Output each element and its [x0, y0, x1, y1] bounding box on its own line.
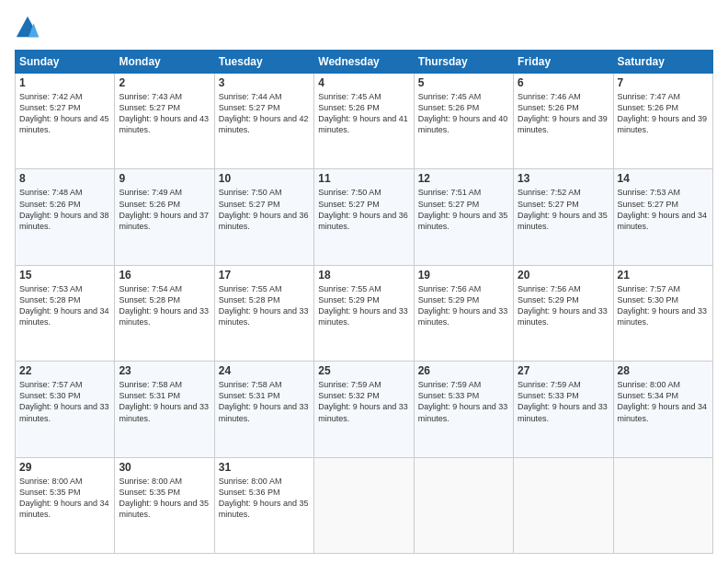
cell-info: Sunrise: 7:51 AMSunset: 5:27 PMDaylight:…	[418, 188, 508, 230]
calendar-cell: 23 Sunrise: 7:58 AMSunset: 5:31 PMDaylig…	[115, 362, 214, 457]
calendar-cell: 6 Sunrise: 7:46 AMSunset: 5:26 PMDayligh…	[514, 74, 613, 169]
calendar-cell: 20 Sunrise: 7:56 AMSunset: 5:29 PMDaylig…	[514, 265, 613, 361]
week-row-1: 1 Sunrise: 7:42 AMSunset: 5:27 PMDayligh…	[16, 74, 713, 169]
cell-info: Sunrise: 7:59 AMSunset: 5:32 PMDaylight:…	[318, 380, 408, 422]
day-number: 25	[318, 364, 409, 377]
cell-info: Sunrise: 7:46 AMSunset: 5:26 PMDaylight:…	[518, 92, 608, 134]
calendar-cell: 19 Sunrise: 7:56 AMSunset: 5:29 PMDaylig…	[414, 265, 513, 361]
day-number: 31	[219, 461, 310, 474]
cell-info: Sunrise: 7:58 AMSunset: 5:31 PMDaylight:…	[119, 380, 209, 422]
day-number: 11	[318, 172, 409, 185]
weekday-header-wednesday: Wednesday	[314, 51, 414, 74]
day-number: 5	[418, 76, 509, 89]
calendar-cell	[414, 457, 513, 553]
week-row-2: 8 Sunrise: 7:48 AMSunset: 5:26 PMDayligh…	[16, 169, 713, 265]
calendar-cell: 25 Sunrise: 7:59 AMSunset: 5:32 PMDaylig…	[314, 362, 414, 457]
cell-info: Sunrise: 7:59 AMSunset: 5:33 PMDaylight:…	[518, 380, 608, 422]
day-number: 10	[219, 172, 310, 185]
calendar-cell: 7 Sunrise: 7:47 AMSunset: 5:26 PMDayligh…	[613, 74, 712, 169]
calendar-cell: 3 Sunrise: 7:44 AMSunset: 5:27 PMDayligh…	[214, 74, 313, 169]
calendar-cell: 31 Sunrise: 8:00 AMSunset: 5:36 PMDaylig…	[214, 457, 313, 553]
calendar-table: SundayMondayTuesdayWednesdayThursdayFrid…	[15, 50, 713, 554]
calendar-page: SundayMondayTuesdayWednesdayThursdayFrid…	[0, 0, 728, 563]
calendar-cell	[613, 457, 712, 553]
calendar-cell: 1 Sunrise: 7:42 AMSunset: 5:27 PMDayligh…	[16, 74, 115, 169]
calendar-cell: 5 Sunrise: 7:45 AMSunset: 5:26 PMDayligh…	[414, 74, 513, 169]
cell-info: Sunrise: 7:57 AMSunset: 5:30 PMDaylight:…	[19, 380, 109, 422]
calendar-cell: 2 Sunrise: 7:43 AMSunset: 5:27 PMDayligh…	[115, 74, 214, 169]
day-number: 8	[19, 172, 110, 185]
cell-info: Sunrise: 7:47 AMSunset: 5:26 PMDaylight:…	[618, 92, 708, 134]
calendar-cell: 9 Sunrise: 7:49 AMSunset: 5:26 PMDayligh…	[115, 169, 214, 265]
header	[15, 15, 713, 40]
calendar-cell	[314, 457, 414, 553]
day-number: 27	[518, 364, 609, 377]
day-number: 22	[19, 364, 110, 377]
cell-info: Sunrise: 7:42 AMSunset: 5:27 PMDaylight:…	[19, 92, 109, 134]
day-number: 19	[418, 269, 509, 282]
weekday-header-monday: Monday	[115, 51, 214, 74]
calendar-cell: 14 Sunrise: 7:53 AMSunset: 5:27 PMDaylig…	[613, 169, 712, 265]
cell-info: Sunrise: 7:44 AMSunset: 5:27 PMDaylight:…	[219, 92, 309, 134]
day-number: 12	[418, 172, 509, 185]
day-number: 7	[618, 76, 709, 89]
calendar-cell: 10 Sunrise: 7:50 AMSunset: 5:27 PMDaylig…	[214, 169, 313, 265]
day-number: 2	[119, 76, 210, 89]
cell-info: Sunrise: 7:57 AMSunset: 5:30 PMDaylight:…	[618, 284, 708, 327]
cell-info: Sunrise: 7:50 AMSunset: 5:27 PMDaylight:…	[219, 188, 309, 230]
cell-info: Sunrise: 7:55 AMSunset: 5:29 PMDaylight:…	[318, 284, 408, 327]
day-number: 9	[119, 172, 210, 185]
cell-info: Sunrise: 8:00 AMSunset: 5:36 PMDaylight:…	[219, 477, 309, 519]
day-number: 6	[518, 76, 609, 89]
calendar-cell: 4 Sunrise: 7:45 AMSunset: 5:26 PMDayligh…	[314, 74, 414, 169]
calendar-cell: 16 Sunrise: 7:54 AMSunset: 5:28 PMDaylig…	[115, 265, 214, 361]
cell-info: Sunrise: 7:53 AMSunset: 5:28 PMDaylight:…	[19, 284, 109, 327]
calendar-cell: 18 Sunrise: 7:55 AMSunset: 5:29 PMDaylig…	[314, 265, 414, 361]
cell-info: Sunrise: 8:00 AMSunset: 5:35 PMDaylight:…	[119, 477, 209, 519]
cell-info: Sunrise: 7:48 AMSunset: 5:26 PMDaylight:…	[19, 188, 109, 230]
day-number: 4	[318, 76, 409, 89]
day-number: 1	[19, 76, 110, 89]
cell-info: Sunrise: 7:56 AMSunset: 5:29 PMDaylight:…	[518, 284, 608, 327]
calendar-cell: 26 Sunrise: 7:59 AMSunset: 5:33 PMDaylig…	[414, 362, 513, 457]
weekday-header-saturday: Saturday	[613, 51, 712, 74]
day-number: 18	[318, 269, 409, 282]
weekday-header-thursday: Thursday	[414, 51, 513, 74]
cell-info: Sunrise: 7:43 AMSunset: 5:27 PMDaylight:…	[119, 92, 209, 134]
cell-info: Sunrise: 7:50 AMSunset: 5:27 PMDaylight:…	[318, 188, 408, 230]
day-number: 13	[518, 172, 609, 185]
calendar-cell: 15 Sunrise: 7:53 AMSunset: 5:28 PMDaylig…	[16, 265, 115, 361]
logo-icon	[15, 15, 40, 40]
cell-info: Sunrise: 7:54 AMSunset: 5:28 PMDaylight:…	[119, 284, 209, 327]
week-row-3: 15 Sunrise: 7:53 AMSunset: 5:28 PMDaylig…	[16, 265, 713, 361]
day-number: 3	[219, 76, 310, 89]
calendar-cell	[514, 457, 613, 553]
weekday-header-tuesday: Tuesday	[214, 51, 313, 74]
cell-info: Sunrise: 7:49 AMSunset: 5:26 PMDaylight:…	[119, 188, 209, 230]
weekday-header-friday: Friday	[514, 51, 613, 74]
day-number: 28	[618, 364, 709, 377]
cell-info: Sunrise: 8:00 AMSunset: 5:35 PMDaylight:…	[19, 477, 109, 519]
week-row-4: 22 Sunrise: 7:57 AMSunset: 5:30 PMDaylig…	[16, 362, 713, 457]
day-number: 30	[119, 461, 210, 474]
calendar-cell: 11 Sunrise: 7:50 AMSunset: 5:27 PMDaylig…	[314, 169, 414, 265]
day-number: 23	[119, 364, 210, 377]
cell-info: Sunrise: 7:52 AMSunset: 5:27 PMDaylight:…	[518, 188, 608, 230]
calendar-cell: 17 Sunrise: 7:55 AMSunset: 5:28 PMDaylig…	[214, 265, 313, 361]
calendar-cell: 22 Sunrise: 7:57 AMSunset: 5:30 PMDaylig…	[16, 362, 115, 457]
cell-info: Sunrise: 7:55 AMSunset: 5:28 PMDaylight:…	[219, 284, 309, 327]
calendar-cell: 27 Sunrise: 7:59 AMSunset: 5:33 PMDaylig…	[514, 362, 613, 457]
day-number: 17	[219, 269, 310, 282]
logo	[15, 15, 44, 40]
calendar-cell: 30 Sunrise: 8:00 AMSunset: 5:35 PMDaylig…	[115, 457, 214, 553]
day-number: 26	[418, 364, 509, 377]
calendar-cell: 24 Sunrise: 7:58 AMSunset: 5:31 PMDaylig…	[214, 362, 313, 457]
cell-info: Sunrise: 7:45 AMSunset: 5:26 PMDaylight:…	[318, 92, 408, 134]
calendar-cell: 21 Sunrise: 7:57 AMSunset: 5:30 PMDaylig…	[613, 265, 712, 361]
cell-info: Sunrise: 7:56 AMSunset: 5:29 PMDaylight:…	[418, 284, 508, 327]
day-number: 16	[119, 269, 210, 282]
week-row-5: 29 Sunrise: 8:00 AMSunset: 5:35 PMDaylig…	[16, 457, 713, 553]
day-number: 14	[618, 172, 709, 185]
day-number: 15	[19, 269, 110, 282]
calendar-cell: 8 Sunrise: 7:48 AMSunset: 5:26 PMDayligh…	[16, 169, 115, 265]
